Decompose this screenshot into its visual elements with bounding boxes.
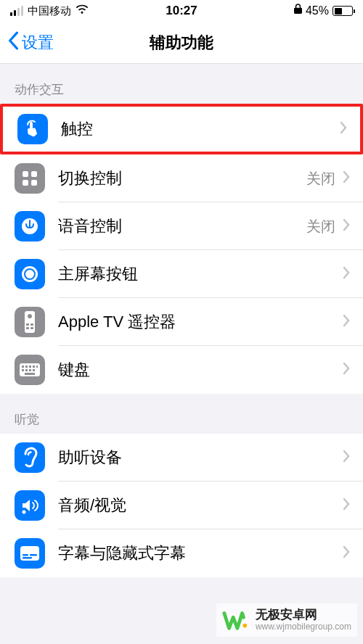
list-hearing: 助听设备 音频/视觉 字幕与隐藏式字幕 — [0, 434, 363, 577]
touch-icon — [17, 114, 48, 144]
item-switch-control[interactable]: 切换控制 关闭 — [0, 154, 363, 202]
chevron-right-icon — [343, 450, 350, 466]
item-label: 主屏幕按钮 — [58, 263, 343, 285]
svg-rect-27 — [30, 554, 37, 556]
keyboard-icon — [15, 355, 45, 385]
wifi-icon — [76, 4, 89, 18]
section-header-hearing: 听觉 — [0, 394, 363, 434]
item-label: 音频/视觉 — [58, 495, 343, 516]
svg-rect-9 — [26, 323, 29, 326]
item-label: 键盘 — [58, 359, 343, 381]
page-title: 辅助功能 — [150, 32, 213, 54]
item-label: 触控 — [61, 118, 340, 140]
chevron-right-icon — [343, 218, 350, 234]
back-label: 设置 — [22, 32, 54, 54]
section-header-movement: 动作交互 — [0, 64, 363, 104]
back-button[interactable]: 设置 — [0, 31, 54, 54]
chevron-right-icon — [343, 314, 350, 330]
watermark-url: www.wjmobilegroup.com — [256, 622, 351, 632]
item-label: 助听设备 — [58, 447, 343, 468]
svg-rect-11 — [26, 327, 29, 329]
svg-point-24 — [23, 511, 26, 514]
svg-rect-2 — [23, 180, 28, 186]
item-captions[interactable]: 字幕与隐藏式字幕 — [0, 529, 363, 577]
chevron-right-icon — [343, 170, 350, 186]
nav-bar: 设置 辅助功能 — [0, 22, 363, 64]
audio-icon — [15, 490, 45, 521]
svg-rect-18 — [36, 366, 38, 368]
orientation-lock-icon — [294, 4, 302, 18]
chevron-right-icon — [340, 121, 347, 137]
status-right: 45% — [294, 4, 353, 18]
grid-icon — [15, 163, 45, 194]
carrier-label: 中国移动 — [28, 4, 71, 18]
svg-point-8 — [28, 314, 32, 318]
svg-rect-3 — [31, 180, 37, 186]
item-apple-tv-remote[interactable]: Apple TV 遥控器 — [0, 298, 363, 346]
item-voice-control[interactable]: 语音控制 关闭 — [0, 202, 363, 250]
item-hearing-devices[interactable]: 助听设备 — [0, 434, 363, 482]
battery-percent: 45% — [306, 4, 329, 17]
battery-icon — [333, 6, 353, 16]
svg-rect-16 — [29, 366, 31, 368]
item-label: 切换控制 — [58, 168, 306, 189]
svg-rect-23 — [25, 373, 35, 375]
item-status: 关闭 — [306, 217, 335, 236]
chevron-right-icon — [343, 266, 350, 282]
svg-rect-1 — [31, 171, 37, 177]
caption-icon — [15, 538, 45, 569]
chevron-right-icon — [343, 498, 350, 513]
voice-icon — [15, 211, 45, 242]
signal-icon — [10, 6, 23, 16]
svg-rect-14 — [22, 366, 24, 368]
svg-rect-10 — [30, 323, 33, 326]
svg-rect-17 — [33, 366, 35, 368]
item-keyboard[interactable]: 键盘 — [0, 346, 363, 394]
item-audio-visual[interactable]: 音频/视觉 — [0, 482, 363, 529]
item-label: 语音控制 — [58, 215, 306, 237]
svg-rect-26 — [23, 554, 28, 556]
list-movement: 触控 切换控制 关闭 语音控制 关闭 主屏幕按钮 Apple TV 遥控器 — [0, 104, 363, 394]
status-time: 10:27 — [166, 4, 197, 18]
item-label: 字幕与隐藏式字幕 — [58, 542, 343, 564]
svg-rect-28 — [23, 557, 32, 559]
watermark-logo-icon — [222, 606, 250, 634]
watermark-name: 无极安卓网 — [256, 608, 351, 622]
item-label: Apple TV 遥控器 — [58, 311, 343, 333]
svg-rect-0 — [23, 171, 28, 177]
svg-point-29 — [242, 624, 247, 628]
ear-icon — [15, 442, 45, 473]
watermark: 无极安卓网 www.wjmobilegroup.com — [216, 603, 357, 637]
home-button-icon — [15, 259, 45, 289]
item-status: 关闭 — [306, 169, 335, 189]
svg-rect-21 — [29, 369, 31, 371]
status-left: 中国移动 — [10, 4, 89, 18]
svg-rect-22 — [33, 369, 35, 371]
chevron-right-icon — [343, 545, 350, 561]
chevron-left-icon — [7, 31, 22, 54]
remote-icon — [15, 307, 45, 337]
svg-rect-19 — [22, 369, 24, 371]
svg-rect-12 — [30, 327, 33, 329]
svg-rect-20 — [25, 369, 28, 371]
chevron-right-icon — [343, 362, 350, 378]
item-touch[interactable]: 触控 — [0, 104, 363, 154]
item-home-button[interactable]: 主屏幕按钮 — [0, 250, 363, 298]
svg-rect-15 — [25, 366, 28, 368]
status-bar: 中国移动 10:27 45% — [0, 0, 363, 22]
